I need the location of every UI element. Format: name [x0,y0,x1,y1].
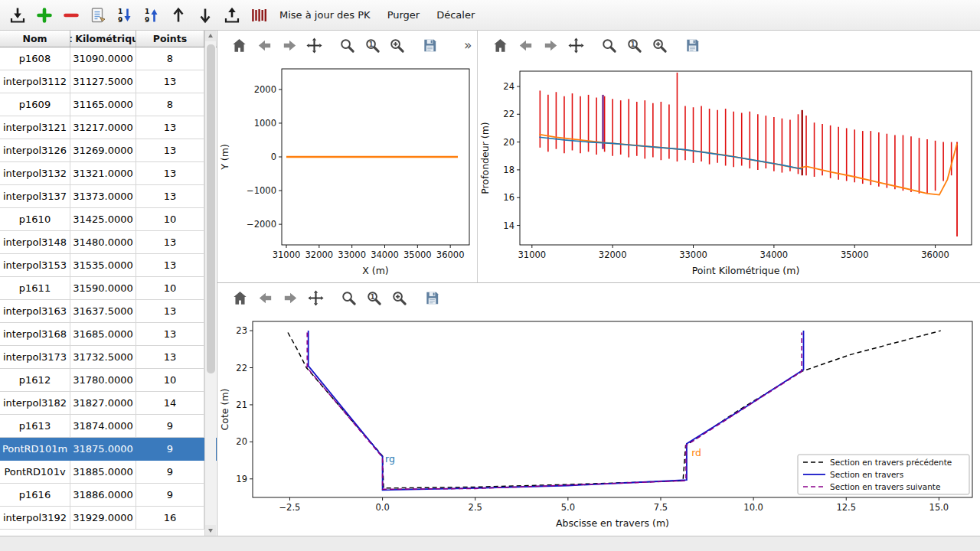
scroll-down-arrow-icon[interactable] [205,525,216,536]
cell-pk: 31886.0000 [70,484,136,507]
column-header-points[interactable]: Points [136,31,204,47]
pan-button[interactable] [304,286,327,309]
zoom-plus-icon [388,37,406,54]
table-row[interactable]: PontRD101v31885.00009 [0,461,217,484]
back-icon [256,37,273,54]
table-row[interactable]: interpol313731373.000013 [0,185,217,208]
pk-stripes-button[interactable] [246,3,271,28]
cell-pk: 31535.0000 [70,254,136,277]
trajectory-xlabel: X (m) [362,265,388,276]
edit-button[interactable] [85,3,110,28]
svg-text:2.5: 2.5 [469,502,482,513]
save-button[interactable] [681,34,704,57]
table-scrollbar[interactable] [204,31,216,536]
svg-text:34000: 34000 [760,249,789,260]
zoom-button[interactable] [597,34,620,57]
cell-pk: 31373.0000 [70,185,136,208]
svg-text:−1000: −1000 [247,185,276,196]
cell-nom: interpol3137 [0,185,70,208]
remove-button[interactable] [58,3,83,28]
table-row[interactable]: PontRD101m31875.00009 [0,438,217,461]
table-row[interactable]: interpol313231321.000013 [0,162,217,185]
table-row[interactable]: p161631886.00009 [0,484,217,507]
column-header-nom[interactable]: Nom [0,31,70,47]
sort-asc-button[interactable]: 19 [139,3,164,28]
table-row[interactable]: p161231780.000010 [0,369,217,392]
table-row[interactable]: interpol312631269.000013 [0,139,217,162]
save-button[interactable] [420,286,443,309]
sort-desc-button[interactable]: 19 [112,3,137,28]
table-row[interactable]: p160831090.00008 [0,47,217,70]
zoom-one-button[interactable]: 1 [622,34,645,57]
table-row[interactable]: interpol311231127.500013 [0,70,217,93]
forward-icon [281,37,299,54]
back-button[interactable] [253,34,276,57]
forward-button[interactable] [279,286,302,309]
table-row[interactable]: p161331874.00009 [0,415,217,438]
svg-text:20: 20 [236,436,247,447]
zoom-one-button[interactable]: 1 [361,34,384,57]
table-row[interactable]: interpol319231929.000016 [0,507,217,530]
shift-button[interactable]: Décaler [428,9,483,21]
table-row[interactable]: interpol314831480.000013 [0,231,217,254]
table-row[interactable]: interpol312131217.000013 [0,116,217,139]
profile-ylabel: Profondeur (m) [479,122,491,194]
trajectory-plot[interactable]: 310003200033000340003500036000−2000−1000… [217,60,477,283]
zoom-button[interactable] [336,34,359,57]
cell-points: 8 [136,47,204,70]
scrollbar-thumb[interactable] [207,44,215,373]
purge-button[interactable]: Purger [379,9,429,21]
svg-text:16: 16 [503,192,514,203]
table-row[interactable]: p160931165.00008 [0,93,217,116]
cross-section-plot[interactable]: −2.50.02.55.07.510.012.515.01920212223Ab… [217,312,980,536]
table-row[interactable]: interpol316831685.000013 [0,323,217,346]
svg-text:1: 1 [370,292,374,300]
column-header-pk[interactable]: t Kilométriqu [70,31,136,47]
import-button[interactable] [5,3,30,28]
zoom-one-button[interactable]: 1 [362,286,385,309]
svg-text:5.0: 5.0 [561,502,575,513]
pan-icon [307,289,325,307]
update-pk-button[interactable]: Mise à jour des PK [271,9,379,21]
pan-button[interactable] [564,34,587,57]
zoom-plus-button[interactable] [386,34,409,57]
cell-points: 10 [136,369,204,392]
back-button[interactable] [514,34,537,57]
cell-points: 13 [136,300,204,323]
table-row[interactable]: interpol315331535.000013 [0,254,217,277]
forward-button[interactable] [278,34,301,57]
back-button[interactable] [253,286,276,309]
table-row[interactable]: interpol317331732.500013 [0,346,217,369]
zoom-plus-button[interactable] [387,286,410,309]
home-button[interactable] [228,286,251,309]
cell-points: 13 [136,116,204,139]
export-button[interactable] [219,3,244,28]
table-row[interactable]: interpol316331637.500013 [0,300,217,323]
scroll-up-arrow-icon[interactable] [205,31,216,41]
toolbar-overflow-button[interactable]: » [459,35,477,55]
cell-points: 16 [136,507,204,530]
longitudinal-profile-plot[interactable]: 3100032000330003400035000360001416182022… [478,60,979,283]
cross-section-ylabel: Cote (m) [219,389,230,431]
cell-points: 13 [136,70,204,93]
save-button[interactable] [419,34,442,57]
pan-button[interactable] [303,34,326,57]
cell-nom: interpol3173 [0,346,70,369]
top-plots-row: 1» 310003200033000340003500036000−2000−1… [217,31,980,283]
zoom-plus-button[interactable] [648,34,671,57]
home-button[interactable] [488,34,511,57]
forward-button[interactable] [539,34,562,57]
zoom-icon [338,37,356,54]
zoom-button[interactable] [337,286,360,309]
table-row[interactable]: p161031425.000010 [0,208,217,231]
cell-nom: p1608 [0,47,70,70]
arrow-down-button[interactable] [192,3,217,28]
home-button[interactable] [228,34,251,57]
trajectory-ylabel: Y (m) [219,144,230,171]
arrow-up-button[interactable] [165,3,191,28]
add-button[interactable] [31,3,57,28]
cell-pk: 31827.0000 [70,392,136,415]
table-row[interactable]: p161131590.000010 [0,277,217,300]
cell-nom: interpol3168 [0,323,70,346]
table-row[interactable]: interpol318231827.000014 [0,392,217,415]
